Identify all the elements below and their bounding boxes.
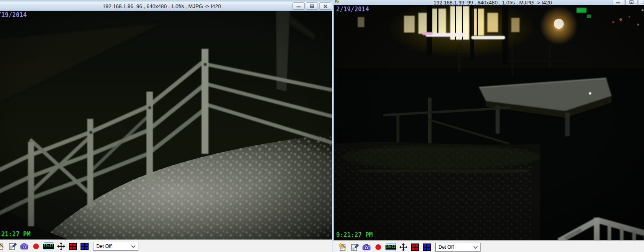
pan-icon[interactable] <box>57 242 65 250</box>
timestamp-icon[interactable]: 19:12 <box>44 242 53 250</box>
detection-mode-value: Det Off <box>439 244 454 250</box>
chevron-down-icon <box>473 246 478 249</box>
window-controls <box>292 2 331 10</box>
camera-window-right: 192.168.1.99_99 , 640x480 , 1.0f/s , MJP… <box>332 0 644 252</box>
osd-date: 2/19/2014 <box>0 12 28 19</box>
minimize-icon <box>297 4 301 8</box>
camera-icon[interactable] <box>20 242 28 250</box>
osd-date: 2/19/2014 <box>335 6 370 13</box>
wizard-icon[interactable] <box>339 243 347 251</box>
minimize-icon <box>616 0 620 4</box>
detection-mode-select[interactable]: Det Off <box>435 243 481 252</box>
video-feed-right[interactable]: 2/19/2014 9:21:27 PM <box>333 5 644 241</box>
desktop: 192.168.1.96_96 , 640x480 , 1.0f/s , MJP… <box>0 0 644 252</box>
camera-icon[interactable] <box>362 243 371 251</box>
grid-blue-icon[interactable] <box>80 242 89 250</box>
pan-icon[interactable] <box>399 243 407 251</box>
video-feed-left[interactable]: 2/19/2014 9:21:27 PM <box>0 11 333 240</box>
record-icon[interactable] <box>374 243 382 251</box>
maximize-icon <box>310 4 314 8</box>
grid-red-icon[interactable] <box>411 243 419 251</box>
camera-window-left: 192.168.1.96_96 , 640x480 , 1.0f/s , MJP… <box>0 0 334 252</box>
toolbar-right: 19:12 Det Off <box>333 241 644 252</box>
timestamp-lcd: 19:12 <box>386 245 396 250</box>
grid-blue-icon[interactable] <box>423 243 431 251</box>
left-camera-scene <box>0 11 332 239</box>
close-button[interactable] <box>319 2 331 10</box>
timestamp-icon[interactable]: 19:12 <box>386 243 396 251</box>
chevron-down-icon <box>131 245 136 248</box>
toolbar-left: 19:12 Det Off <box>0 240 333 252</box>
detection-mode-value: Det Off <box>96 243 112 249</box>
wizard-icon[interactable] <box>0 242 5 250</box>
osd-time: 9:21:27 PM <box>335 232 374 239</box>
titlebar-left[interactable]: 192.168.1.96_96 , 640x480 , 1.0f/s , MJP… <box>0 2 333 11</box>
window-title: 192.168.1.96_96 , 640x480 , 1.0f/s , MJP… <box>103 3 221 9</box>
grid-red-icon[interactable] <box>69 242 77 250</box>
maximize-button[interactable] <box>306 2 318 10</box>
app-icon <box>335 0 341 4</box>
record-icon[interactable] <box>32 242 40 250</box>
timestamp-lcd: 19:12 <box>43 244 54 249</box>
minimize-button[interactable] <box>292 2 305 10</box>
maximize-icon <box>629 0 633 4</box>
titlebar-right[interactable]: 192.168.1.99_99 , 640x480 , 1.0f/s , MJP… <box>333 0 644 5</box>
right-camera-scene <box>334 5 644 240</box>
properties-icon[interactable] <box>351 243 359 251</box>
properties-icon[interactable] <box>8 242 17 250</box>
close-icon <box>324 4 327 8</box>
osd-time: 9:21:27 PM <box>0 231 32 238</box>
detection-mode-select[interactable]: Det Off <box>93 242 138 251</box>
